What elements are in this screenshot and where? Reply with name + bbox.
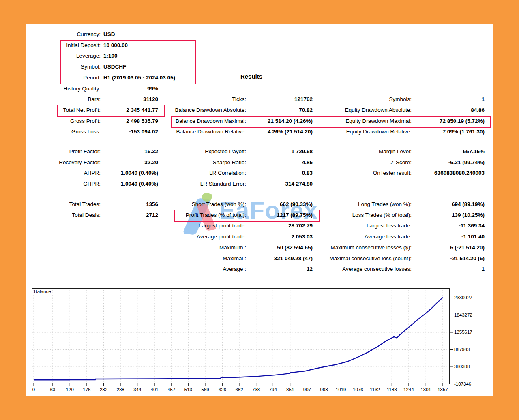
x-axis-tick-label: 1076 xyxy=(349,387,367,392)
report-panel: Results EaForex Currency:USDInitial Depo… xyxy=(26,24,493,396)
stat-value: -6.21 (99.74%) xyxy=(413,157,485,168)
stat-label: Profit Factor: xyxy=(34,146,101,157)
stat-label: Maximal : xyxy=(149,253,246,264)
x-axis-tick-label: 569 xyxy=(196,387,214,392)
stat-label: Total Net Profit: xyxy=(34,105,101,116)
stat-value: -1 101.40 xyxy=(413,231,485,242)
stat-label: Average profit trade: xyxy=(149,231,246,242)
y-axis-tick-label: 2330927 xyxy=(454,295,480,300)
stat-value: 4.85 xyxy=(248,157,313,168)
stat-value: 121762 xyxy=(248,94,313,105)
stat-label: Average : xyxy=(149,264,246,274)
x-axis-tick-label: 1188 xyxy=(383,387,401,392)
stat-value: 139 (10.25%) xyxy=(413,210,485,221)
stat-value: 6360838080.240003 xyxy=(413,168,485,178)
x-axis-tick-label: 1357 xyxy=(434,387,452,392)
stat-label: Total Deals: xyxy=(34,210,101,221)
stat-label: Sharpe Ratio: xyxy=(149,157,246,168)
stat-value: 0.83 xyxy=(248,168,313,178)
stat-label: Expected Payoff: xyxy=(149,146,246,157)
stat-label: GHPR: xyxy=(34,179,101,189)
stat-label: LR Correlation: xyxy=(149,168,246,178)
stat-value: H1 (2019.03.05 - 2024.03.05) xyxy=(103,73,237,83)
stat-value: 321 049.28 (47) xyxy=(248,253,313,264)
stat-label: Average loss trade: xyxy=(314,231,412,242)
stat-label: Equity Drawdown Relative: xyxy=(314,126,412,137)
stat-value: 1 729.68 xyxy=(248,146,313,157)
stat-label: Maximal consecutive loss (count): xyxy=(314,253,412,264)
stat-label: Average consecutive losses: xyxy=(314,264,412,274)
x-axis-tick-label: 626 xyxy=(213,387,231,392)
balance-curve xyxy=(34,298,443,380)
stat-label: OnTester result: xyxy=(314,168,412,178)
stat-value: 28 702.79 xyxy=(248,221,313,231)
y-axis-tick-label: 867963 xyxy=(454,347,480,352)
stat-label: Leverage: xyxy=(34,51,101,61)
stat-label: Ticks: xyxy=(149,94,246,105)
x-axis-tick-label: 1244 xyxy=(400,387,418,392)
x-axis-tick-label: 1132 xyxy=(366,387,384,392)
stat-value: -11 369.34 xyxy=(413,221,485,231)
x-axis-tick-label: 963 xyxy=(315,387,333,392)
stat-value: -21 514.20 (6) xyxy=(413,253,485,264)
stat-value: 314 274.80 xyxy=(248,179,313,189)
stat-value: 6 (-21 514.20) xyxy=(413,242,485,253)
stat-value: 84.86 xyxy=(413,105,485,116)
stat-label: Gross Profit: xyxy=(34,116,101,126)
stat-label: Largest profit trade: xyxy=(149,221,246,231)
x-axis-tick-label: 1019 xyxy=(332,387,350,392)
stat-label: Equity Drawdown Maximal: xyxy=(314,116,412,126)
stat-value: 70.82 xyxy=(248,105,313,116)
stat-value: 694 (89.19%) xyxy=(413,199,485,210)
stat-label: Total Trades: xyxy=(34,199,101,210)
x-axis-tick-label: 851 xyxy=(281,387,299,392)
stat-label: Gross Loss: xyxy=(34,126,101,137)
x-axis-tick-label: 513 xyxy=(179,387,197,392)
stat-label: Period: xyxy=(34,73,101,83)
stat-value: 50 (82 594.65) xyxy=(248,242,313,253)
stat-label: Symbol: xyxy=(34,62,101,72)
x-axis-tick-label: 344 xyxy=(129,387,146,392)
stat-label: Recovery Factor: xyxy=(34,157,101,168)
stat-label: Initial Deposit: xyxy=(34,40,101,51)
y-axis-tick-label: -107346 xyxy=(454,381,480,386)
stat-value: USDCHF xyxy=(103,62,237,72)
x-axis-tick-label: 1301 xyxy=(417,387,435,392)
x-axis-tick-label: 738 xyxy=(247,387,265,392)
stat-label: AHPR: xyxy=(34,168,101,178)
stat-value: 1:100 xyxy=(103,51,237,61)
stat-label: Margin Level: xyxy=(314,146,412,157)
stat-label: Z-Score: xyxy=(314,157,412,168)
stat-value: 10 000.00 xyxy=(103,40,237,51)
stat-value: 1 xyxy=(413,264,485,274)
stat-value: 99% xyxy=(103,84,158,94)
stat-value: USD xyxy=(103,29,237,40)
stat-label: Short Trades (won %): xyxy=(149,199,246,210)
stat-label: History Quality: xyxy=(34,84,101,94)
backtest-report-page: { "results_title": "Results", "colors": … xyxy=(0,0,519,420)
x-axis-tick-label: 907 xyxy=(298,387,316,392)
x-axis-tick-label: 0 xyxy=(25,387,43,392)
stat-label: Equity Drawdown Absolute: xyxy=(314,105,412,116)
x-axis-tick-label: 232 xyxy=(94,387,112,392)
x-axis-tick-label: 120 xyxy=(61,387,79,392)
stat-label: Currency: xyxy=(34,29,101,40)
x-axis-tick-label: 401 xyxy=(146,387,163,392)
stat-value: 557.15% xyxy=(413,146,485,157)
stat-value: 662 (90.33%) xyxy=(248,199,313,210)
x-axis-tick-label: 63 xyxy=(44,387,62,392)
stat-label: Maximum consecutive losses ($): xyxy=(314,242,412,253)
stat-label: Balance Drawdown Relative: xyxy=(149,126,246,137)
x-axis-tick-label: 682 xyxy=(230,387,248,392)
stat-label: Loss Trades (% of total): xyxy=(314,210,412,221)
stat-value: 7.09% (1 761.30) xyxy=(413,126,485,137)
stat-label: Largest loss trade: xyxy=(314,221,412,231)
y-axis-tick-label: 380308 xyxy=(454,364,480,369)
stat-label: Bars: xyxy=(34,94,101,105)
balance-chart xyxy=(32,288,455,388)
x-axis-tick-label: 288 xyxy=(112,387,129,392)
stat-value: 21 514.20 (4.26%) xyxy=(248,116,313,126)
stat-value: 1 xyxy=(413,94,485,105)
stat-label: Maximum : xyxy=(149,242,246,253)
stat-value: 4.26% (21 514.20) xyxy=(248,126,313,137)
